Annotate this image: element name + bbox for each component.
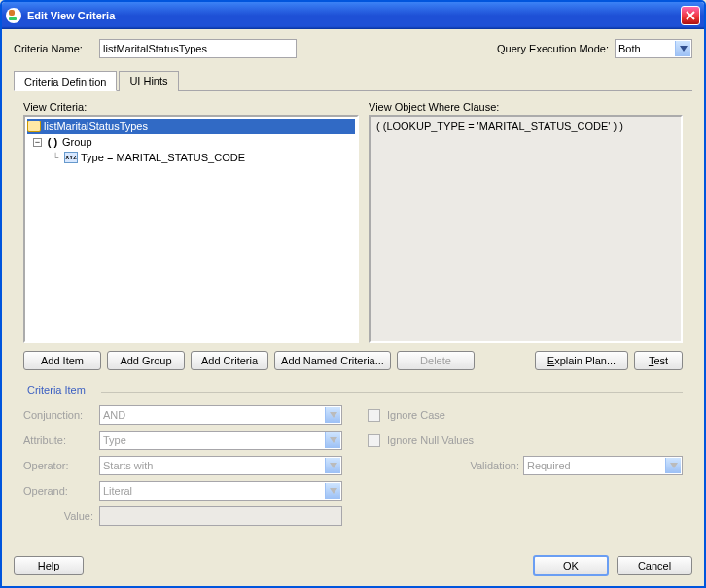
chevron-down-icon [675,41,690,56]
tab-page: View Criteria: listMaritalStatusTypes − … [14,91,692,537]
attribute-value: Type [103,434,126,446]
value-input [99,506,342,526]
ignore-case-checkbox [368,409,380,422]
dialog-window: Edit View Criteria Criteria Name: Query … [0,0,706,588]
operand-select: Literal [99,481,342,501]
ignore-case-label: Ignore Case [387,409,523,421]
attribute-select: Type [99,431,342,450]
conjunction-select: AND [99,405,342,425]
add-item-button[interactable]: Add Item [23,351,101,370]
collapse-icon[interactable]: − [33,138,42,147]
tree-root-label: listMaritalStatusTypes [44,121,148,132]
ignore-null-label: Ignore Null Values [387,434,523,446]
operand-value: Literal [103,485,132,497]
view-criteria-tree[interactable]: listMaritalStatusTypes − ( ) Group └ [23,115,359,343]
tree-group-label: Group [62,136,92,148]
tree-group[interactable]: − ( ) Group [27,134,355,150]
operand-label: Operand: [23,485,99,497]
title-bar[interactable]: Edit View Criteria [2,2,704,29]
where-clause-text: ( (LOOKUP_TYPE = 'MARITAL_STATUS_CODE' )… [371,117,681,136]
help-button[interactable]: Help [14,556,84,575]
ok-button[interactable]: OK [533,555,609,576]
value-label: Value: [23,510,99,522]
validation-value: Required [527,460,571,471]
attribute-label: Attribute: [23,434,99,446]
test-button[interactable]: TestTest [634,351,683,370]
chevron-down-icon [325,458,340,473]
ignore-null-checkbox [368,434,380,447]
criteria-icon [27,121,41,132]
conjunction-label: Conjunction: [23,409,99,421]
cancel-button[interactable]: Cancel [617,556,692,575]
tree-root[interactable]: listMaritalStatusTypes [27,119,355,134]
where-clause-box: ( (LOOKUP_TYPE = 'MARITAL_STATUS_CODE' )… [369,115,683,343]
group-icon: ( ) [46,136,59,148]
view-criteria-label: View Criteria: [23,101,359,113]
validation-label: Validation: [368,460,523,471]
tree-item[interactable]: └ XYZ Type = MARITAL_STATUS_CODE [27,150,355,165]
exec-mode-value: Both [618,43,641,54]
add-named-criteria-button[interactable]: Add Named Criteria... [274,351,391,370]
operator-select: Starts with [99,456,342,475]
tree-item-label: Type = MARITAL_STATUS_CODE [81,152,245,163]
delete-button: Delete [397,351,475,370]
criteria-name-input[interactable] [99,39,297,58]
chevron-down-icon [325,407,340,423]
criteria-name-label: Criteria Name: [14,43,93,54]
app-icon [6,8,21,23]
explain-plan-button[interactable]: EExplain Plan...xplain Plan... [535,351,628,370]
exec-mode-label: Query Execution Mode: [497,43,609,54]
connector-icon: └ [47,153,64,162]
conjunction-value: AND [103,409,125,421]
operator-value: Starts with [103,460,153,471]
attribute-icon: XYZ [64,152,78,163]
validation-select: Required [523,456,683,475]
close-icon[interactable] [681,6,700,25]
chevron-down-icon [325,432,340,448]
tab-ui-hints[interactable]: UI Hints [119,71,178,91]
tab-bar: Criteria Definition UI Hints [14,70,692,91]
criteria-item-legend: Criteria Item [27,384,683,396]
tab-criteria-definition[interactable]: Criteria Definition [14,71,117,91]
chevron-down-icon [325,483,340,499]
operator-label: Operator: [23,460,99,471]
window-title: Edit View Criteria [27,10,115,21]
add-criteria-button[interactable]: Add Criteria [191,351,268,370]
where-clause-label: View Object Where Clause: [369,101,683,113]
add-group-button[interactable]: Add Group [107,351,185,370]
chevron-down-icon [665,458,681,473]
exec-mode-select[interactable]: Both [615,39,692,58]
